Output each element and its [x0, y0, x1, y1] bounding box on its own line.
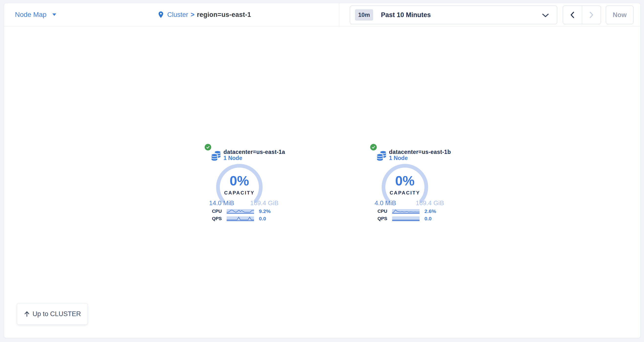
capacity-percent: 0%: [215, 173, 264, 189]
locality-title: datacenter=us-east-1b: [389, 149, 451, 155]
capacity-total: 169.4 GiB: [416, 199, 444, 207]
qps-value: 0.0: [424, 216, 432, 222]
locality-node-count: 1 Node: [389, 155, 408, 161]
capacity-used: 14.0 MiB: [209, 199, 234, 207]
capacity-values: 14.0 MiB 169.4 GiB: [209, 199, 278, 207]
locality-card-us-east-1a[interactable]: datacenter=us-east-1a 1 Node 0% CAPACITY…: [205, 144, 298, 227]
header-bottom-border: [4, 26, 640, 26]
qps-sparkline: [392, 216, 420, 221]
qps-value: 0.0: [259, 216, 266, 222]
header-bar: Node Map Cluster > region=us-east-1 10m …: [4, 3, 640, 26]
time-range-badge: 10m: [355, 9, 373, 20]
map-pin-icon: [157, 11, 165, 18]
capacity-percent: 0%: [380, 173, 429, 189]
capacity-caption: CAPACITY: [215, 190, 264, 196]
breadcrumb-separator: >: [191, 11, 194, 18]
up-to-cluster-label: Up to CLUSTER: [32, 310, 81, 318]
time-range-label: Past 10 Minutes: [381, 11, 431, 19]
capacity-total: 169.4 GiB: [250, 199, 278, 207]
time-range-dropdown[interactable]: 10m Past 10 Minutes: [350, 5, 557, 24]
breadcrumb-cluster-link[interactable]: Cluster: [167, 11, 188, 18]
breadcrumb: Cluster > region=us-east-1: [157, 3, 251, 26]
qps-metric-row: QPS 0.0: [205, 216, 266, 221]
time-forward-button[interactable]: [582, 6, 601, 24]
healthy-check-icon: [205, 144, 211, 150]
chevron-left-icon: [570, 11, 575, 18]
cpu-sparkline: [227, 209, 254, 214]
node-map-panel: Node Map Cluster > region=us-east-1 10m …: [4, 3, 640, 338]
chevron-right-icon: [589, 11, 594, 18]
cpu-value: 2.6%: [424, 208, 436, 214]
healthy-check-icon: [370, 144, 377, 150]
qps-label: QPS: [205, 216, 222, 221]
header-divider: [339, 3, 339, 26]
time-back-button[interactable]: [563, 6, 582, 24]
time-step-buttons: [563, 5, 601, 24]
chevron-down-icon: [542, 14, 549, 18]
view-mode-selector[interactable]: Node Map: [15, 3, 56, 26]
capacity-caption: CAPACITY: [380, 190, 429, 196]
cpu-metric-row: CPU 2.6%: [370, 209, 436, 214]
caret-down-icon: [52, 13, 56, 16]
cpu-sparkline: [392, 209, 420, 214]
arrow-up-icon: [24, 311, 30, 317]
qps-sparkline: [227, 216, 254, 221]
view-mode-label: Node Map: [15, 11, 46, 18]
qps-metric-row: QPS 0.0: [370, 216, 432, 221]
database-stack-icon: [376, 149, 387, 162]
locality-title: datacenter=us-east-1a: [224, 149, 285, 155]
cpu-label: CPU: [205, 209, 222, 214]
capacity-used: 4.0 MiB: [374, 199, 396, 207]
database-stack-icon: [210, 149, 222, 162]
locality-card-us-east-1b[interactable]: datacenter=us-east-1b 1 Node 0% CAPACITY…: [370, 144, 463, 227]
cpu-value: 9.2%: [259, 208, 271, 214]
cpu-label: CPU: [370, 209, 387, 214]
locality-node-count: 1 Node: [224, 155, 242, 161]
capacity-values: 4.0 MiB 169.4 GiB: [374, 199, 444, 207]
cpu-metric-row: CPU 9.2%: [205, 209, 271, 214]
breadcrumb-current: region=us-east-1: [197, 11, 251, 18]
up-to-cluster-button[interactable]: Up to CLUSTER: [17, 303, 88, 325]
qps-label: QPS: [370, 216, 387, 221]
now-button[interactable]: Now: [606, 5, 634, 24]
